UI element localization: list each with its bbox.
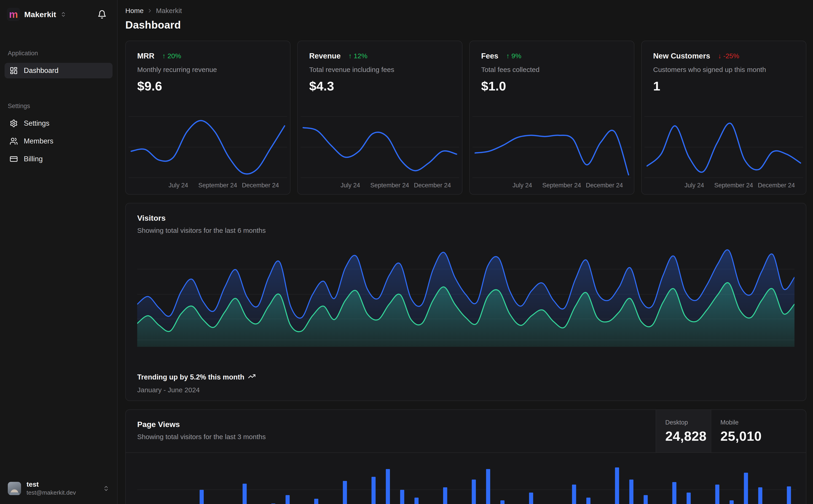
stat-title: Fees [481, 52, 498, 60]
stat-card-mrr: MRR ↑20% Monthly recurring revenue $9.6 … [125, 41, 291, 195]
sidebar-item-label: Dashboard [24, 66, 58, 75]
arrow-up-icon: ↑ [349, 52, 352, 60]
users-icon [10, 137, 18, 145]
desktop-label: Desktop [665, 419, 702, 426]
nav-section-settings: Settings [5, 103, 112, 110]
trending-up-icon [248, 372, 256, 382]
sidebar-item-billing[interactable]: Billing [5, 151, 112, 167]
stat-card-revenue: Revenue ↑12% Total revenue including fee… [297, 41, 462, 195]
visitors-subtitle: Showing total visitors for the last 6 mo… [137, 227, 794, 234]
new-customers-sparkline-chart [645, 115, 803, 179]
mrr-sparkline-chart [128, 115, 287, 179]
logo-letter: m [9, 9, 18, 19]
sidebar-item-label: Billing [24, 155, 43, 163]
stat-title: New Customers [653, 52, 710, 60]
stat-description: Total revenue including fees [309, 66, 450, 74]
main-content: Home Makerkit Dashboard MRR ↑20% Monthly… [117, 0, 813, 504]
page-views-bar-chart [137, 459, 796, 504]
user-name: test [27, 480, 76, 488]
user-email: test@makerkit.dev [27, 489, 76, 496]
visitors-area-chart [137, 244, 794, 347]
arrow-up-icon: ↑ [162, 52, 165, 60]
sidebar-item-label: Members [24, 137, 53, 145]
stat-cards-row: MRR ↑20% Monthly recurring revenue $9.6 … [125, 41, 806, 195]
chevrons-up-down-icon [103, 485, 109, 492]
visitors-card: Visitors Showing total visitors for the … [125, 203, 806, 401]
sidebar-item-members[interactable]: Members [5, 133, 112, 149]
stat-value: $4.3 [309, 79, 450, 93]
stat-description: Monthly recurring revenue [137, 66, 279, 74]
revenue-sparkline-chart [301, 115, 459, 179]
sidebar: m Makerkit Application Dashboard Setting… [0, 0, 117, 504]
page-title: Dashboard [125, 19, 806, 31]
user-menu[interactable]: test test@makerkit.dev [5, 478, 112, 499]
x-axis-labels: July 24 September 24 December 24 [126, 182, 290, 191]
sidebar-item-dashboard[interactable]: Dashboard [5, 63, 112, 78]
stat-description: Customers who signed up this month [653, 66, 794, 74]
arrow-up-icon: ↑ [506, 52, 509, 60]
toggle-mobile[interactable]: Mobile 25,010 [711, 410, 806, 452]
makerkit-logo: m [7, 8, 20, 21]
gear-icon [10, 119, 18, 127]
page-views-title: Page Views [137, 420, 644, 429]
x-axis-labels: July 24 September 24 December 24 [642, 182, 806, 191]
visitors-trend-text: Trending up by 5.2% this month [137, 373, 244, 381]
desktop-value: 24,828 [665, 428, 702, 444]
x-axis-labels: July 24 September 24 December 24 [298, 182, 462, 191]
visitors-period: January - June 2024 [137, 386, 794, 394]
stat-value: $1.0 [481, 79, 623, 93]
visitors-title: Visitors [137, 214, 794, 223]
trend-badge: ↓-25% [718, 52, 739, 60]
arrow-down-icon: ↓ [718, 52, 721, 60]
avatar [8, 482, 21, 495]
breadcrumb-home-link[interactable]: Home [125, 7, 144, 15]
stat-card-new-customers: New Customers ↓-25% Customers who signed… [641, 41, 806, 195]
app-root: m Makerkit Application Dashboard Setting… [0, 0, 813, 504]
dashboard-icon [10, 66, 18, 75]
x-axis-labels: July 24 September 24 December 24 [470, 182, 634, 191]
stat-title: MRR [137, 52, 154, 60]
mobile-label: Mobile [720, 419, 797, 426]
stat-value: 1 [653, 79, 794, 93]
nav-section-application: Application [5, 50, 112, 57]
fees-sparkline-chart [472, 115, 631, 179]
stat-description: Total fees collected [481, 66, 623, 74]
workspace-selector[interactable]: m Makerkit [5, 6, 112, 22]
sidebar-nav: Application Dashboard Settings Settings [5, 50, 112, 169]
breadcrumb-current: Makerkit [156, 7, 182, 15]
workspace-name: Makerkit [24, 10, 56, 19]
stat-value: $9.6 [137, 79, 279, 93]
stat-title: Revenue [309, 52, 341, 60]
trend-badge: ↑12% [349, 52, 368, 60]
mobile-value: 25,010 [720, 428, 797, 444]
toggle-desktop[interactable]: Desktop 24,828 [656, 410, 711, 452]
trend-badge: ↑20% [162, 52, 181, 60]
page-views-subtitle: Showing total visitors for the last 3 mo… [137, 433, 644, 441]
notifications-bell-icon[interactable] [97, 10, 110, 19]
credit-card-icon [10, 155, 18, 163]
page-views-card: Page Views Showing total visitors for th… [125, 409, 806, 504]
trend-badge: ↑9% [506, 52, 521, 60]
breadcrumb: Home Makerkit [125, 7, 806, 15]
chevron-right-icon [147, 8, 153, 14]
stat-card-fees: Fees ↑9% Total fees collected $1.0 July … [469, 41, 635, 195]
sidebar-item-label: Settings [24, 119, 49, 127]
chevrons-up-down-icon [60, 11, 66, 17]
sidebar-item-settings[interactable]: Settings [5, 116, 112, 131]
